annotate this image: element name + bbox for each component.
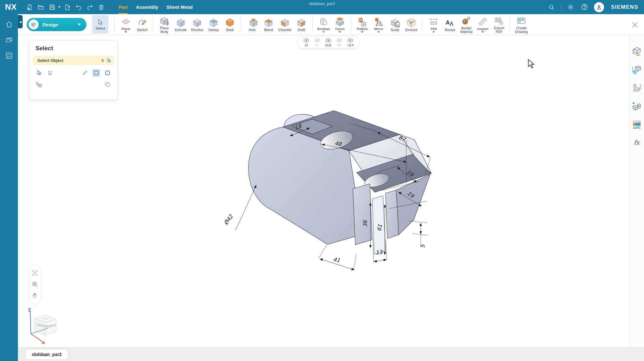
redo-icon[interactable] — [85, 3, 95, 12]
tool-faces[interactable]: Faces — [332, 16, 348, 33]
visibility-toggle-4[interactable] — [334, 38, 344, 46]
expressions-icon[interactable]: fx — [631, 137, 642, 148]
visibility-toggle-1[interactable] — [301, 38, 311, 46]
tool-draft[interactable]: Draft — [293, 17, 309, 32]
eye-off-icon — [314, 38, 320, 43]
dimensions-icon[interactable] — [631, 82, 642, 93]
eye-off-icon — [336, 38, 342, 43]
tool-label: Plane — [121, 27, 130, 31]
user-avatar-icon[interactable] — [594, 2, 604, 12]
help-icon[interactable] — [580, 3, 589, 12]
tab-assembly[interactable]: Assembly — [136, 0, 158, 14]
scale-icon — [390, 17, 400, 27]
tool-sketch[interactable]: Sketch — [134, 17, 150, 32]
tool-plane[interactable]: Plane — [118, 16, 134, 33]
model-left-prong[interactable] — [353, 184, 372, 245]
chevron-down-icon — [432, 31, 435, 33]
fit-view-icon[interactable] — [31, 269, 39, 277]
tool-label: Assign Material — [460, 26, 473, 34]
tool-scale[interactable]: Scale — [387, 17, 403, 32]
tool-label: Revolve — [191, 28, 203, 32]
view-cube-top-label[interactable]: TOP — [42, 317, 49, 320]
tasks-icon[interactable] — [3, 50, 15, 61]
save-icon[interactable] — [47, 3, 57, 12]
save-caret-icon[interactable] — [58, 6, 61, 8]
close-icon[interactable] — [631, 21, 639, 29]
tool-pmi[interactable]: PMI — [425, 16, 442, 33]
svg-text:13[interactable]: 13 — [375, 249, 383, 256]
select-object-row[interactable]: Select Object 0 — [33, 56, 114, 65]
tool-chamfer[interactable]: Chamfer — [277, 17, 293, 32]
tool-label: Extrude — [175, 28, 187, 32]
svg-text:36[interactable]: 36 — [362, 220, 368, 227]
new-file-icon[interactable] — [25, 3, 34, 12]
part-tab[interactable]: sbddaan_par2 — [25, 349, 68, 360]
tool-shell[interactable]: Shell — [222, 17, 238, 32]
tool-sweep[interactable]: Sweep — [205, 17, 222, 32]
open-icon[interactable] — [36, 3, 46, 12]
delete-icon[interactable] — [97, 3, 106, 12]
undo-icon[interactable] — [74, 3, 83, 12]
tab-part[interactable]: Part — [119, 0, 128, 14]
search-icon[interactable] — [547, 3, 556, 12]
svg-text:61[interactable]: 61 — [376, 224, 383, 232]
tool-hole[interactable]: Hole — [244, 17, 260, 32]
visibility-toggle-5[interactable] — [345, 38, 355, 46]
view-nav-pill — [29, 265, 41, 304]
tool-resize[interactable]: AResize — [442, 17, 458, 32]
tool-export-pdf[interactable]: Export PDF — [491, 15, 507, 34]
cursor-list-icon[interactable] — [35, 80, 43, 88]
blend-icon — [264, 17, 273, 27]
add-body-icon[interactable] — [631, 100, 642, 112]
tool-enclose[interactable]: Enclose — [403, 17, 419, 32]
cursor-icon[interactable] — [35, 69, 43, 77]
line-select-icon[interactable] — [81, 69, 89, 77]
pan-hand-icon[interactable] — [31, 292, 39, 300]
zoom-icon[interactable] — [31, 281, 39, 289]
design-mode-dropdown[interactable]: Design — [27, 18, 86, 31]
projects-icon[interactable] — [3, 34, 15, 46]
ribbon-divider — [510, 17, 510, 32]
assembly-tree-icon[interactable] — [631, 64, 642, 75]
tab-sheet-metal[interactable]: Sheet Metal — [166, 0, 192, 14]
tool-extrude[interactable]: Extrude — [173, 17, 189, 32]
create-drawing-icon — [517, 15, 526, 25]
left-rail — [0, 14, 18, 361]
draft-icon — [297, 17, 306, 27]
export-pdf-icon — [494, 15, 504, 25]
svg-text:5[interactable]: 5 — [419, 244, 426, 248]
tool-label: Mirror — [374, 27, 383, 31]
model-right-prong[interactable] — [386, 190, 399, 238]
cursor-add-icon[interactable] — [46, 69, 54, 77]
tool-assign-material[interactable]: Assign Material — [458, 15, 475, 34]
visibility-toggle-3[interactable] — [323, 38, 333, 46]
tool-boolean[interactable]: Boolean — [315, 16, 332, 33]
mirror-icon — [374, 16, 383, 26]
tool-create-drawing[interactable]: Create Drawing — [513, 15, 530, 34]
ribbon-divider — [114, 17, 115, 32]
ribbon-divider — [312, 17, 313, 32]
tool-inspect[interactable]: Inspect — [475, 16, 491, 33]
tool-blend[interactable]: Blend — [260, 17, 277, 32]
tool-select[interactable]: Select — [92, 15, 108, 34]
tool-pattern[interactable]: Pattern — [354, 16, 370, 33]
chevron-down-icon — [339, 31, 341, 33]
display-options-icon[interactable] — [631, 118, 642, 130]
model-tree-icon[interactable] — [631, 46, 642, 57]
chevron-down-icon — [125, 31, 127, 33]
tool-mirror[interactable]: Mirror — [370, 16, 387, 33]
copy-icon[interactable] — [103, 80, 112, 88]
eye-icon — [303, 38, 309, 43]
collapse-rail-icon[interactable]: ◀ — [18, 15, 23, 28]
visibility-toggle-2[interactable] — [312, 38, 322, 46]
export-icon[interactable] — [63, 3, 72, 12]
tool-place-body[interactable]: Place Body — [156, 15, 173, 34]
sweep-icon — [209, 17, 218, 27]
tool-revolve[interactable]: Revolve — [189, 17, 205, 32]
settings-gear-icon[interactable] — [566, 3, 575, 12]
rect-select-icon[interactable] — [92, 69, 100, 77]
home-icon[interactable] — [3, 19, 15, 30]
tool-label: Sketch — [137, 28, 147, 32]
lasso-select-icon[interactable] — [103, 69, 112, 77]
document-title: sbddaan_par2 — [309, 1, 335, 6]
